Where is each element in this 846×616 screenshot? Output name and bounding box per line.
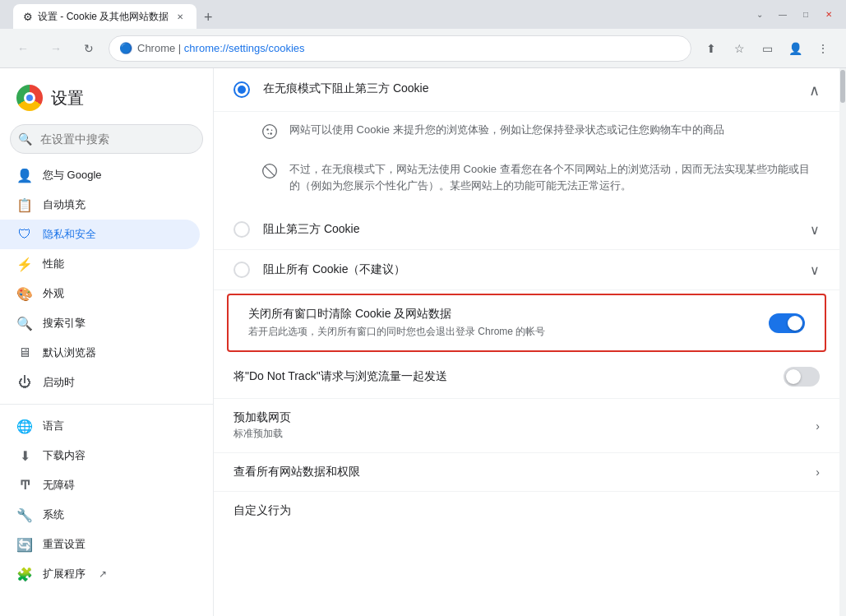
tab-close-button[interactable]: ✕ — [173, 10, 187, 23]
sitedata-content: 查看所有网站数据和权限 — [233, 465, 816, 479]
active-tab[interactable]: ⚙ 设置 - Cookie 及其他网站数据 ✕ — [13, 4, 196, 29]
back-button[interactable]: ← — [10, 35, 36, 62]
blocked-icon — [260, 161, 280, 181]
address-bar[interactable]: 🔵 Chrome | chrome://settings/cookies — [109, 35, 691, 62]
radio-block-third-party[interactable] — [233, 221, 250, 238]
refresh-button[interactable]: ↻ — [76, 35, 102, 62]
sidebar-label-accessibility: 无障碍 — [43, 478, 75, 493]
clear-on-close-title: 关闭所有窗口时清除 Cookie 及网站数据 — [248, 307, 769, 322]
share-button[interactable]: ⬆ — [698, 35, 724, 62]
preload-sub: 标准预加载 — [233, 427, 816, 441]
sidebar-item-search[interactable]: 🔍 搜索引擎 — [0, 308, 200, 338]
custom-content: 自定义行为 — [233, 503, 820, 518]
menu-button[interactable]: ⋮ — [810, 35, 836, 62]
radio-incognito[interactable] — [233, 81, 250, 98]
chevron-down-icon-2: ∨ — [810, 222, 820, 238]
main-content: 设置 🔍 👤 您与 Google 📋 自动填充 🛡 隐私和安全 ⚡ 性能 — [0, 68, 846, 616]
sidebar-item-browser[interactable]: 🖥 默认浏览器 — [0, 338, 200, 368]
sidebar-label-appearance: 外观 — [43, 286, 64, 301]
option-incognito-row[interactable]: 在无痕模式下阻止第三方 Cookie ∧ — [214, 68, 839, 112]
sidebar-label-startup: 启动时 — [43, 375, 75, 390]
maximize-button[interactable]: □ — [795, 7, 816, 23]
content-area: 在无痕模式下阻止第三方 Cookie ∧ — [214, 68, 839, 616]
url-protocol: Chrome | — [137, 42, 184, 54]
custom-row[interactable]: 自定义行为 — [214, 492, 839, 530]
preload-content: 预加载网页 标准预加载 — [233, 410, 816, 441]
sidebar-item-google[interactable]: 👤 您与 Google — [0, 160, 200, 190]
sub-text-cookie-info: 网站可以使用 Cookie 来提升您的浏览体验，例如让您保持登录状态或记住您购物… — [289, 122, 724, 138]
sub-item-cookie-info: 网站可以使用 Cookie 来提升您的浏览体验，例如让您保持登录状态或记住您购物… — [214, 112, 839, 151]
bookmark-button[interactable]: ☆ — [726, 35, 752, 62]
arrow-right-icon-sitedata: › — [816, 465, 820, 479]
svg-line-6 — [265, 166, 275, 176]
tab-strip: ⚙ 设置 - Cookie 及其他网站数据 ✕ + — [13, 0, 749, 29]
sidebar-divider — [0, 404, 213, 405]
sidebar-item-autofill[interactable]: 📋 自动填充 — [0, 190, 200, 220]
svg-point-4 — [270, 132, 272, 135]
shield-icon: 🛡 — [16, 226, 33, 243]
option-block-third-party-row[interactable]: 阻止第三方 Cookie ∨ — [214, 210, 839, 250]
sidebar-label-search: 搜索引擎 — [43, 316, 86, 331]
sidebar-label-reset: 重置设置 — [43, 537, 86, 552]
dnt-row[interactable]: 将"Do Not Track"请求与浏览流量一起发送 — [214, 355, 839, 399]
chevron-down-button[interactable]: ⌄ — [749, 7, 770, 23]
dnt-toggle[interactable] — [784, 367, 820, 387]
right-scrollbar[interactable] — [839, 68, 846, 616]
svg-point-1 — [266, 128, 269, 131]
new-tab-button[interactable]: + — [196, 6, 220, 29]
address-shield-icon: 🔵 — [119, 42, 132, 55]
sidebar-label-extensions: 扩展程序 — [43, 567, 86, 581]
sidebar-label-browser: 默认浏览器 — [43, 345, 96, 360]
sidebar-toggle-button[interactable]: ▭ — [754, 35, 780, 62]
address-text: Chrome | chrome://settings/cookies — [137, 42, 681, 54]
search-input[interactable] — [10, 124, 203, 154]
sidebar-label-downloads: 下载内容 — [43, 448, 86, 463]
clear-on-close-content: 关闭所有窗口时清除 Cookie 及网站数据 若开启此选项，关闭所有窗口的同时您… — [248, 307, 769, 339]
custom-title: 自定义行为 — [233, 503, 820, 518]
profile-button[interactable]: 👤 — [782, 35, 808, 62]
browser-icon: 🖥 — [16, 345, 33, 361]
svg-point-3 — [268, 133, 270, 135]
sidebar-item-accessibility[interactable]: Ͳ 无障碍 — [0, 470, 200, 500]
radio-block-all[interactable] — [233, 262, 250, 278]
sidebar-item-extensions[interactable]: 🧩 扩展程序 ↗ — [0, 559, 200, 589]
sidebar-label-performance: 性能 — [43, 257, 64, 271]
performance-icon: ⚡ — [16, 256, 33, 272]
sidebar-item-performance[interactable]: ⚡ 性能 — [0, 249, 200, 279]
sidebar-item-reset[interactable]: 🔄 重置设置 — [0, 530, 200, 559]
sidebar-item-startup[interactable]: ⏻ 启动时 — [0, 368, 200, 397]
person-icon: 👤 — [16, 167, 33, 183]
sidebar-label-language: 语言 — [43, 419, 64, 433]
clear-on-close-toggle[interactable] — [769, 313, 805, 333]
sidebar: 设置 🔍 👤 您与 Google 📋 自动填充 🛡 隐私和安全 ⚡ 性能 — [0, 68, 214, 616]
external-link-icon: ↗ — [99, 568, 107, 580]
language-icon: 🌐 — [16, 418, 33, 434]
close-button[interactable]: ✕ — [818, 7, 839, 23]
sidebar-title: 设置 — [51, 87, 84, 109]
sidebar-item-system[interactable]: 🔧 系统 — [0, 500, 200, 530]
sidebar-item-privacy[interactable]: 🛡 隐私和安全 — [0, 220, 200, 249]
nav-bar: ← → ↻ 🔵 Chrome | chrome://settings/cooki… — [0, 29, 846, 68]
preload-row[interactable]: 预加载网页 标准预加载 › — [214, 399, 839, 453]
sidebar-item-language[interactable]: 🌐 语言 — [0, 411, 200, 441]
option-block-all-row[interactable]: 阻止所有 Cookie（不建议） ∨ — [214, 250, 839, 290]
sub-item-incognito-note: 不过，在无痕模式下，网站无法使用 Cookie 查看您在各个不同网站上的浏览活动… — [214, 151, 839, 203]
sidebar-item-downloads[interactable]: ⬇ 下载内容 — [0, 441, 200, 470]
sitedata-row[interactable]: 查看所有网站数据和权限 › — [214, 453, 839, 492]
chrome-logo — [16, 85, 43, 111]
cookie-icon — [260, 122, 280, 141]
download-icon: ⬇ — [16, 447, 33, 464]
sidebar-label-google: 您与 Google — [43, 168, 102, 183]
nav-right-icons: ⬆ ☆ ▭ 👤 ⋮ — [698, 35, 836, 62]
svg-point-0 — [263, 125, 277, 139]
chevron-down-icon-3: ∨ — [810, 262, 820, 278]
sidebar-item-appearance[interactable]: 🎨 外观 — [0, 279, 200, 308]
sidebar-header: 设置 — [0, 75, 213, 124]
sidebar-label-privacy: 隐私和安全 — [43, 227, 96, 242]
option-incognito-title: 在无痕模式下阻止第三方 Cookie — [263, 81, 809, 96]
minimize-button[interactable]: — — [772, 7, 793, 23]
forward-button[interactable]: → — [43, 35, 69, 62]
title-bar: ⚙ 设置 - Cookie 及其他网站数据 ✕ + ⌄ — □ ✕ — [0, 0, 846, 29]
dnt-toggle-slider — [784, 367, 820, 387]
appearance-icon: 🎨 — [16, 285, 33, 302]
